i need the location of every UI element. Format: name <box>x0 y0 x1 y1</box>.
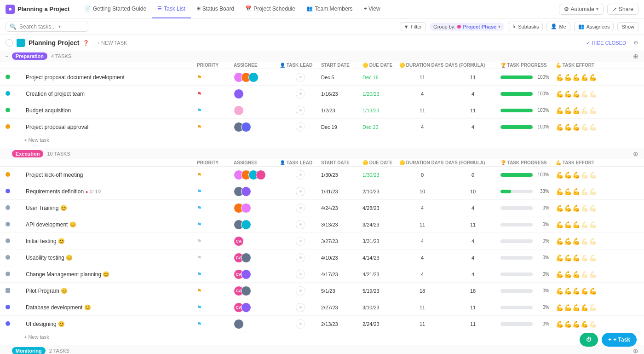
effort-icon-4: 💪 <box>581 123 588 131</box>
tab-team-members[interactable]: 👥 Team Members <box>301 0 358 18</box>
lead-circle[interactable]: ⊕ <box>296 319 305 329</box>
add-task-preparation[interactable]: + New task <box>0 135 644 145</box>
filter-button[interactable]: ▼ Filter <box>400 22 426 31</box>
tab-task-list[interactable]: ☰ Task List <box>152 0 191 18</box>
assignees-button[interactable]: 👥 Assignees <box>574 22 614 31</box>
tab-project-schedule[interactable]: 📅 Project Schedule <box>240 0 301 18</box>
lead-circle[interactable]: ⊕ <box>296 286 305 296</box>
task-color-indicator <box>6 188 24 195</box>
task-color-indicator <box>6 91 24 97</box>
task-priority[interactable]: ⚑ <box>197 107 234 114</box>
task-name[interactable]: User Training 😊 <box>24 205 197 211</box>
task-name[interactable]: Requirements definition ● ☑ 1/3 <box>24 188 197 195</box>
group-preparation-toggle[interactable]: − <box>6 54 8 59</box>
lead-circle[interactable]: ⊕ <box>296 122 305 132</box>
effort-icon-5: 💪 <box>589 221 597 228</box>
lead-circle[interactable]: ⊕ <box>296 106 305 115</box>
task-name[interactable]: API development 😊 <box>24 221 197 228</box>
task-priority[interactable]: ⚑ <box>197 205 234 211</box>
progress-bar-fill <box>500 190 511 193</box>
lead-circle[interactable]: ⊕ <box>296 187 305 196</box>
effort-icon-5: 💪 <box>589 254 597 261</box>
task-due-date: 1/30/23 <box>362 172 399 178</box>
task-priority[interactable]: ⚑ <box>197 288 234 294</box>
task-color-indicator <box>6 288 24 294</box>
share-button[interactable]: ↗ Share <box>607 4 638 15</box>
task-formula: 0 <box>445 172 500 178</box>
task-name[interactable]: Pilot Program 😊 <box>24 288 197 294</box>
subtasks-button[interactable]: ↳ Subtasks <box>508 22 543 31</box>
timer-button[interactable]: ⏱ <box>580 333 598 347</box>
project-settings-icon[interactable]: ⚙ <box>633 40 638 46</box>
group-monitoring-settings[interactable]: ⊕ <box>633 347 638 354</box>
task-name[interactable]: Project kick-off meeting <box>24 172 197 178</box>
group-monitoring-count: 2 TASKS <box>49 348 69 354</box>
task-row: User Training 😊 ⚑ ⊕ 4/24/23 4/28/23 4 4 … <box>0 200 644 216</box>
lead-circle[interactable]: ⊕ <box>296 237 305 246</box>
lead-circle[interactable]: ⊕ <box>296 73 305 82</box>
task-name[interactable]: Project proposal document development <box>24 74 197 81</box>
progress-bar-bg <box>500 256 533 260</box>
task-priority[interactable]: ⚑ <box>197 124 234 130</box>
avatar <box>234 89 244 99</box>
group-by-control[interactable]: Group by: Project Phase ▾ <box>430 23 504 31</box>
task-row: Project kick-off meeting ⚑ ⊕ 1/30/23 1/3… <box>0 167 644 183</box>
task-priority[interactable]: ⚑ <box>197 321 234 327</box>
task-priority[interactable]: ⚑ <box>197 188 234 195</box>
lead-circle[interactable]: ⊕ <box>296 220 305 229</box>
show-button[interactable]: Show <box>617 22 638 31</box>
progress-bar-bg <box>500 223 533 226</box>
lead-circle[interactable]: ⊕ <box>296 270 305 279</box>
task-priority[interactable]: ⚑ <box>197 221 234 228</box>
task-priority[interactable]: ⚑ <box>197 91 234 97</box>
task-name[interactable]: UI designing 😊 <box>24 321 197 327</box>
tab-add-view[interactable]: + View <box>358 0 386 18</box>
task-priority[interactable]: ⚑ <box>197 271 234 278</box>
lead-circle[interactable]: ⊕ <box>296 203 305 213</box>
task-name[interactable]: Project proposal approval <box>24 124 197 130</box>
group-monitoring-toggle[interactable]: − <box>6 348 8 354</box>
task-name[interactable]: Change Management planning 😊 <box>24 271 197 278</box>
task-row: Budget acquisition ⚑ ⊕ 1/2/23 1/13/23 11… <box>0 102 644 119</box>
task-priority[interactable]: ⚑ <box>197 304 234 311</box>
lead-circle[interactable]: ⊕ <box>296 253 305 262</box>
progress-bar-bg <box>500 273 533 276</box>
effort-icon-1: 💪 <box>556 304 564 311</box>
task-formula: 18 <box>445 288 500 294</box>
lead-circle[interactable]: ⊕ <box>296 89 305 99</box>
task-due-date: 3/24/23 <box>362 222 399 227</box>
task-name[interactable]: Database development 😊 <box>24 304 197 311</box>
task-priority[interactable]: ⚑ <box>197 74 234 81</box>
hide-closed-button[interactable]: ✓ HIDE CLOSED <box>586 40 626 46</box>
effort-icon-2: 💪 <box>564 171 572 179</box>
lead-circle[interactable]: ⊕ <box>296 170 305 180</box>
task-priority[interactable]: ⚑ <box>197 172 234 178</box>
search-box[interactable]: 🔍 Search tasks... ▾ <box>6 22 88 32</box>
task-name[interactable]: Initial testing 😊 <box>24 238 197 244</box>
task-lead: ⊕ <box>280 89 321 99</box>
collapse-project[interactable]: − <box>6 39 13 46</box>
add-task-execution[interactable]: + New task <box>0 332 644 342</box>
effort-icon-5: 💪 <box>589 287 597 295</box>
automate-chevron: ▾ <box>596 6 598 12</box>
task-effort: 💪 💪 💪 💪 💪 <box>556 90 638 98</box>
automate-button[interactable]: ⚙ Automate ▾ <box>559 4 604 15</box>
group-execution-toggle[interactable]: − <box>6 151 8 157</box>
lead-circle[interactable]: ⊕ <box>296 303 305 312</box>
group-execution-settings[interactable]: ⊕ <box>633 150 638 157</box>
task-name[interactable]: Creation of project team <box>24 91 197 97</box>
add-task-fab-button[interactable]: + + Task <box>602 333 637 347</box>
tab-getting-started[interactable]: 📄 Getting Started Guide <box>79 0 152 18</box>
new-task-button[interactable]: + NEW TASK <box>97 40 127 46</box>
group-by-chevron: ▾ <box>498 24 500 29</box>
effort-icon-3: 💪 <box>572 171 580 179</box>
task-name[interactable]: Budget acquisition <box>24 107 197 114</box>
group-preparation-settings[interactable]: ⊕ <box>633 52 638 60</box>
effort-icon-4: 💪 <box>581 287 588 295</box>
subtasks-icon: ↳ <box>512 23 516 29</box>
task-name[interactable]: Usability testing 😊 <box>24 255 197 261</box>
tab-status-board[interactable]: ⊞ Status Board <box>191 0 240 18</box>
task-priority[interactable]: ⚑ <box>197 255 234 261</box>
task-priority[interactable]: ⚑ <box>197 238 234 244</box>
me-button[interactable]: 👤 Me <box>546 22 570 31</box>
